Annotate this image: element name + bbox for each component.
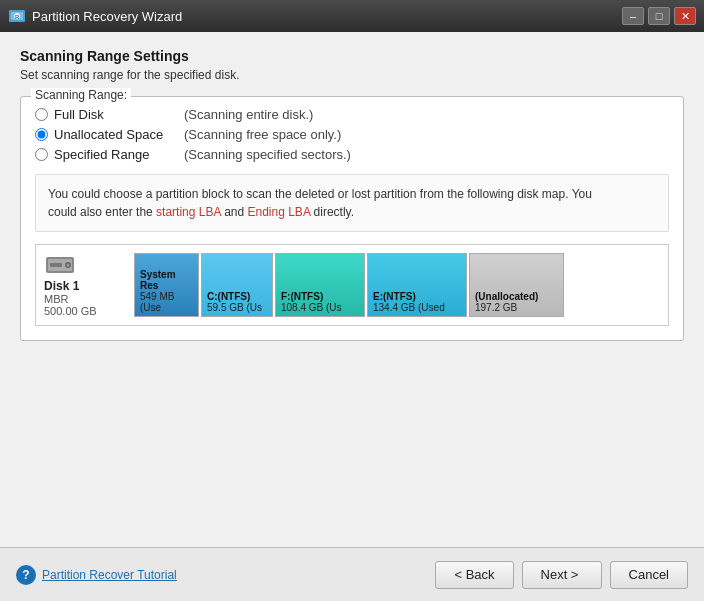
radio-full-disk[interactable]: [35, 108, 48, 121]
minimize-button[interactable]: –: [622, 7, 644, 25]
bottom-bar: ? Partition Recover Tutorial < Back Next…: [0, 547, 704, 601]
radio-specified-desc: (Scanning specified sectors.): [184, 147, 351, 162]
partition-size: 134.4 GB (Used: [373, 302, 461, 313]
maximize-button[interactable]: □: [648, 7, 670, 25]
cancel-button[interactable]: Cancel: [610, 561, 688, 589]
partition-size: 59.5 GB (Us: [207, 302, 267, 313]
scanning-range-legend: Scanning Range:: [31, 88, 131, 102]
info-line1: You could choose a partition block to sc…: [48, 187, 592, 219]
back-button[interactable]: < Back: [435, 561, 513, 589]
partition-label: System Res: [140, 269, 193, 291]
radio-unallocated-label[interactable]: Unallocated Space: [54, 127, 184, 142]
option-unallocated[interactable]: Unallocated Space (Scanning free space o…: [35, 127, 669, 142]
partition-label: E:(NTFS): [373, 291, 461, 302]
starting-lba-text: starting LBA: [156, 205, 221, 219]
help-icon: ?: [16, 565, 36, 585]
partition-label: (Unallocated): [475, 291, 558, 302]
radio-specified-label[interactable]: Specified Range: [54, 147, 184, 162]
disk-icon: [44, 253, 76, 277]
partitions-row: System Res 549 MB (Use C:(NTFS) 59.5 GB …: [134, 253, 660, 317]
radio-unallocated[interactable]: [35, 128, 48, 141]
radio-specified[interactable]: [35, 148, 48, 161]
page-title: Scanning Range Settings: [20, 48, 684, 64]
scanning-range-box: Scanning Range: Full Disk (Scanning enti…: [20, 96, 684, 341]
page-subtitle: Set scanning range for the specified dis…: [20, 68, 684, 82]
app-icon: R: [8, 7, 26, 25]
next-button[interactable]: Next >: [522, 561, 602, 589]
close-button[interactable]: ✕: [674, 7, 696, 25]
radio-full-disk-desc: (Scanning entire disk.): [184, 107, 313, 122]
window-title: Partition Recovery Wizard: [32, 9, 622, 24]
option-specified[interactable]: Specified Range (Scanning specified sect…: [35, 147, 669, 162]
disk-info: Disk 1 MBR 500.00 GB: [44, 253, 134, 317]
partition-label: F:(NTFS): [281, 291, 359, 302]
partition-size: 549 MB (Use: [140, 291, 193, 313]
window-controls[interactable]: – □ ✕: [622, 7, 696, 25]
radio-unallocated-desc: (Scanning free space only.): [184, 127, 341, 142]
ending-lba-text: Ending LBA: [248, 205, 311, 219]
help-link-label[interactable]: Partition Recover Tutorial: [42, 568, 177, 582]
partition-4[interactable]: (Unallocated) 197.2 GB: [469, 253, 564, 317]
svg-rect-8: [50, 263, 62, 267]
svg-text:R: R: [15, 14, 20, 20]
partition-label: C:(NTFS): [207, 291, 267, 302]
partition-1[interactable]: C:(NTFS) 59.5 GB (Us: [201, 253, 273, 317]
disk-map: Disk 1 MBR 500.00 GB System Res 549 MB (…: [35, 244, 669, 326]
disk-name: Disk 1: [44, 279, 126, 293]
disk-row: Disk 1 MBR 500.00 GB System Res 549 MB (…: [44, 253, 660, 317]
option-full-disk[interactable]: Full Disk (Scanning entire disk.): [35, 107, 669, 122]
help-link[interactable]: ? Partition Recover Tutorial: [16, 565, 435, 585]
svg-point-7: [67, 264, 70, 267]
disk-type: MBR: [44, 293, 126, 305]
partition-size: 197.2 GB: [475, 302, 558, 313]
partition-size: 108.4 GB (Us: [281, 302, 359, 313]
radio-full-disk-label[interactable]: Full Disk: [54, 107, 184, 122]
main-content: Scanning Range Settings Set scanning ran…: [0, 32, 704, 547]
partition-2[interactable]: F:(NTFS) 108.4 GB (Us: [275, 253, 365, 317]
partition-3[interactable]: E:(NTFS) 134.4 GB (Used: [367, 253, 467, 317]
bottom-buttons: < Back Next > Cancel: [435, 561, 688, 589]
partition-0[interactable]: System Res 549 MB (Use: [134, 253, 199, 317]
disk-size: 500.00 GB: [44, 305, 126, 317]
info-box: You could choose a partition block to sc…: [35, 174, 669, 232]
title-bar: R Partition Recovery Wizard – □ ✕: [0, 0, 704, 32]
